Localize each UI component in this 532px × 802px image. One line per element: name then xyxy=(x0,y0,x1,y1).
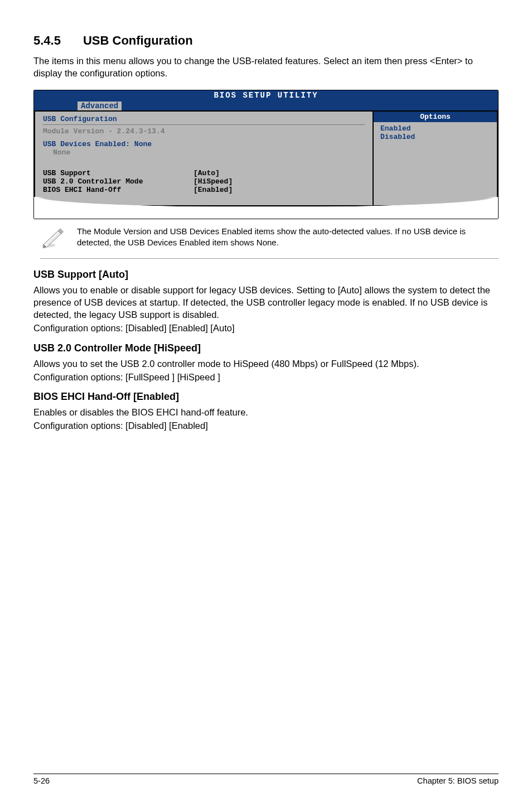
section-number: 5.4.5 xyxy=(33,33,61,48)
bios-option[interactable]: Enabled xyxy=(380,124,490,133)
bios-options-body: Enabled Disabled xyxy=(374,122,497,143)
subsection-heading: BIOS EHCI Hand-Off [Enabled] xyxy=(33,391,499,403)
bios-body: USB Configuration Module Version - 2.24.… xyxy=(34,110,498,206)
subsection-heading: USB 2.0 Controller Mode [HiSpeed] xyxy=(33,342,499,354)
body-paragraph: Configuration options: [Disabled] [Enabl… xyxy=(33,322,499,334)
note-pencil-icon xyxy=(40,226,65,252)
subsection-heading: USB Support [Auto] xyxy=(33,269,499,281)
section-title: USB Configuration xyxy=(83,33,193,47)
body-paragraph: Enables or disables the BIOS EHCI hand-o… xyxy=(33,406,499,418)
bios-item-label: USB Support xyxy=(43,169,194,177)
bios-header: BIOS SETUP UTILITY Advanced xyxy=(34,90,498,110)
body-paragraph: Configuration options: [FullSpeed ] [HiS… xyxy=(33,371,499,383)
bios-left-pane: USB Configuration Module Version - 2.24.… xyxy=(34,110,373,206)
bios-module-version: Module Version - 2.24.3-13.4 xyxy=(43,127,365,136)
body-paragraph: Allows you to set the USB 2.0 controller… xyxy=(33,357,499,370)
bios-screenshot: BIOS SETUP UTILITY Advanced USB Configur… xyxy=(33,90,499,219)
bios-divider xyxy=(43,124,365,125)
bios-header-title: BIOS SETUP UTILITY xyxy=(34,91,498,100)
intro-paragraph: The items in this menu allows you to cha… xyxy=(33,55,499,80)
body-paragraph: Configuration options: [Disabled] [Enabl… xyxy=(33,419,499,432)
bios-options-header: Options xyxy=(374,112,497,122)
footer-page-number: 5-26 xyxy=(33,776,50,785)
bios-option[interactable]: Disabled xyxy=(380,133,490,141)
bios-item-label: BIOS EHCI Hand-Off xyxy=(43,186,194,194)
svg-line-5 xyxy=(47,230,62,244)
bios-item-value: [Enabled] xyxy=(194,186,233,194)
bios-devices-enabled: USB Devices Enabled: None xyxy=(43,140,365,148)
bios-item-label: USB 2.0 Controller Mode xyxy=(43,177,194,186)
bios-item-value: [HiSpeed] xyxy=(194,177,233,186)
bios-tab-advanced: Advanced xyxy=(78,102,122,110)
bios-left-title: USB Configuration xyxy=(43,115,365,123)
bios-curve-bottom xyxy=(34,206,498,219)
bios-item-row[interactable]: USB 2.0 Controller Mode[HiSpeed] xyxy=(43,177,365,186)
body-paragraph: Allows you to enable or disable support … xyxy=(33,284,499,321)
bios-item-row[interactable]: BIOS EHCI Hand-Off[Enabled] xyxy=(43,186,365,194)
bios-devices-none: None xyxy=(43,148,365,157)
bios-item-value: [Auto] xyxy=(194,169,220,177)
bios-item-row[interactable]: USB Support[Auto] xyxy=(43,169,365,177)
page-footer: 5-26 Chapter 5: BIOS setup xyxy=(33,774,499,785)
note-text: The Module Version and USB Devices Enabl… xyxy=(77,226,499,249)
section-heading: 5.4.5USB Configuration xyxy=(33,33,499,48)
footer-chapter: Chapter 5: BIOS setup xyxy=(417,776,499,785)
bios-right-pane: Options Enabled Disabled xyxy=(373,110,498,206)
note-block: The Module Version and USB Devices Enabl… xyxy=(40,223,499,259)
